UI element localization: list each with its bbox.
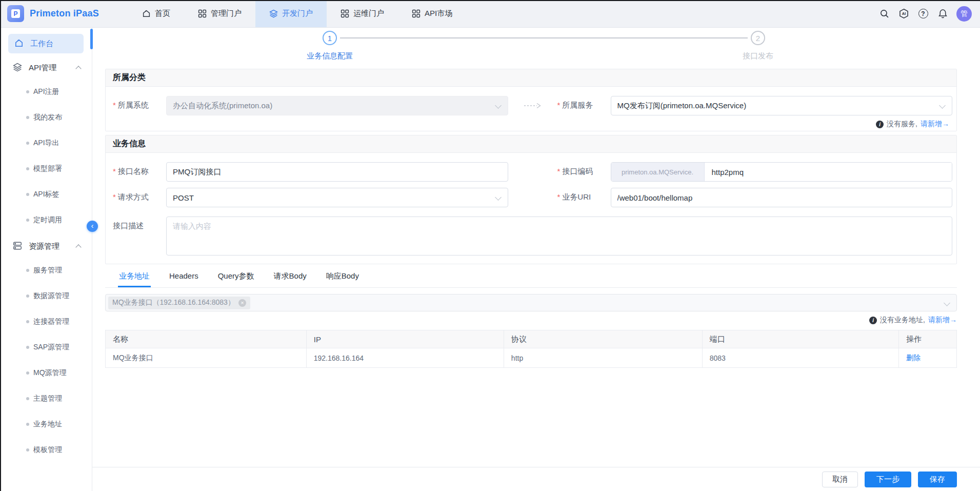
chevron-down-icon [944,300,950,306]
step-1-label: 业务信息配置 [307,51,353,61]
col-port: 端口 [702,330,898,348]
business-uri-label: 业务URI [557,188,611,202]
search-icon[interactable] [878,8,890,19]
address-hint: i 没有业务地址,请新增→ [105,315,957,326]
grid-icon [198,9,207,18]
service-hint: i 没有服务,请新增→ [113,119,952,130]
stepper: 1 2 业务信息配置 接口发布 [105,28,957,69]
user-avatar[interactable]: 管 [956,6,972,22]
interface-code-input[interactable] [705,163,952,181]
mapping-arrow-icon [508,96,557,115]
step-1-indicator: 1 [323,31,337,45]
sidebar-item-workbench[interactable]: 工作台 [8,34,84,53]
interface-code-field: primeton.oa.MQService. [611,162,953,182]
add-service-link[interactable]: 请新增→ [921,120,949,129]
step-2-indicator: 2 [751,31,765,45]
sidebar-item-service-mgmt[interactable]: 服务管理 [0,258,92,283]
sidebar-scrollbar-thumb[interactable] [90,29,93,49]
interface-desc-textarea[interactable] [166,217,952,256]
chevron-down-icon [939,102,946,109]
business-uri-input[interactable] [611,188,953,207]
help-icon[interactable]: ? [917,8,929,19]
sidebar-collapse-button[interactable]: ‹ [87,221,98,232]
tab-headers[interactable]: Headers [169,269,198,287]
nav-item-dev-portal[interactable]: 开发门户 [255,0,327,27]
sidebar: 工作台 API管理 API注册 我的发布 API导出 模型部署 API标签 定时… [0,28,92,491]
section-business-info: 业务信息 接口名称 接口编码 primeton.oa.MQService. [105,135,957,264]
home-icon [14,38,24,49]
col-ip: IP [306,330,504,348]
system-select[interactable]: 办公自动化系统(primeton.oa) [166,96,508,115]
col-action: 操作 [899,330,957,348]
detail-tabs: 业务地址 Headers Query参数 请求Body 响应Body [105,269,957,288]
interface-code-label: 接口编码 [557,162,611,176]
sidebar-item-model-deploy[interactable]: 模型部署 [0,156,92,182]
tag-close-icon[interactable]: × [238,299,246,307]
step-connector [340,37,748,38]
tab-business-address[interactable]: 业务地址 [119,269,150,287]
section-category-title: 所属分类 [106,69,956,87]
table-row: MQ业务接口 192.168.16.164 http 8083 删除 [106,348,957,368]
col-name: 名称 [106,330,307,348]
sidebar-item-connector-mgmt[interactable]: 连接器管理 [0,309,92,335]
save-button[interactable]: 保存 [918,472,957,487]
database-icon [13,241,22,252]
step-2-label: 接口发布 [743,51,773,61]
sidebar-item-scheduled-call[interactable]: 定时调用 [0,207,92,233]
sidebar-item-api-tags[interactable]: API标签 [0,182,92,207]
info-icon: i [876,121,884,128]
sidebar-item-topic-mgmt[interactable]: 主题管理 [0,386,92,411]
sidebar-item-api-export[interactable]: API导出 [0,130,92,156]
sidebar-item-business-address[interactable]: 业务地址 [0,411,92,437]
delete-link[interactable]: 删除 [906,353,921,362]
section-business-title: 业务信息 [106,135,956,153]
topbar: P Primeton iPaaS 首页 管理门户 开发门户 运维门户 [0,0,980,28]
cancel-button[interactable]: 取消 [822,472,858,487]
col-protocol: 协议 [504,330,702,348]
interface-name-label: 接口名称 [113,162,166,176]
nav-item-api-market[interactable]: API市场 [398,0,466,27]
layers-icon [13,63,22,73]
nav-item-home[interactable]: 首页 [128,0,184,27]
sidebar-item-my-publish[interactable]: 我的发布 [0,105,92,130]
add-address-link[interactable]: 请新增→ [928,316,957,325]
sidebar-item-template-mgmt[interactable]: 模板管理 [0,437,92,463]
tab-response-body[interactable]: 响应Body [326,269,359,287]
window-frame-top [0,0,980,1]
nav-item-ops-portal[interactable]: 运维门户 [327,0,398,27]
address-select[interactable]: MQ业务接口（192.168.16.164:8083） × [105,294,957,311]
sidebar-item-sap-source-mgmt[interactable]: SAP源管理 [0,335,92,360]
interface-desc-label: 接口描述 [113,217,166,231]
sidebar-group-resource-items: 服务管理 数据源管理 连接器管理 SAP源管理 MQ源管理 主题管理 业务地址 … [0,258,92,463]
next-button[interactable]: 下一步 [865,472,911,487]
cell-name: MQ业务接口 [106,348,307,368]
chevron-up-icon [75,66,81,71]
sidebar-item-datasource-mgmt[interactable]: 数据源管理 [0,283,92,309]
sidebar-group-api-management[interactable]: API管理 [0,56,92,79]
tab-request-body[interactable]: 请求Body [274,269,307,287]
grid-icon [412,9,421,18]
ai-assistant-icon[interactable]: AI [898,8,909,19]
nav-item-admin-portal[interactable]: 管理门户 [184,0,255,27]
cell-ip: 192.168.16.164 [306,348,504,368]
topbar-actions: AI ? 管 [878,6,980,22]
tab-query-params[interactable]: Query参数 [218,269,254,287]
main-nav: 首页 管理门户 开发门户 运维门户 API市场 [128,0,466,27]
sidebar-item-mq-source-mgmt[interactable]: MQ源管理 [0,360,92,386]
service-select[interactable]: MQ发布订阅(primeton.oa.MQService) [611,96,953,115]
home-icon [142,9,151,18]
request-method-label: 请求方式 [113,188,166,202]
sidebar-item-api-registration[interactable]: API注册 [0,79,92,105]
system-label: 所属系统 [113,96,166,110]
brand: P Primeton iPaaS [0,5,123,22]
sidebar-group-resource-management[interactable]: 资源管理 [0,235,92,258]
address-table: 名称 IP 协议 端口 操作 MQ业务接口 192.168.16.164 htt… [105,330,957,368]
main-content: 1 2 业务信息配置 接口发布 所属分类 所属系统 办公自动化系统(primet… [92,28,980,467]
interface-name-input[interactable] [166,162,508,182]
request-method-select[interactable]: POST [166,188,508,207]
grid-icon [341,9,349,18]
bell-icon[interactable] [937,8,948,19]
layers-icon [269,9,278,18]
table-header-row: 名称 IP 协议 端口 操作 [106,330,957,348]
cell-port: 8083 [702,348,898,368]
